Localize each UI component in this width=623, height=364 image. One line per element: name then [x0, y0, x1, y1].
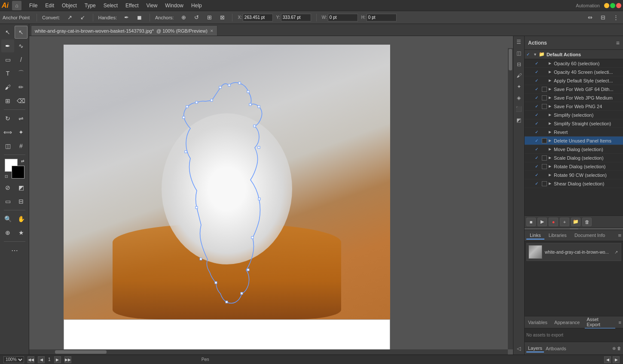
next-btn[interactable]: ▶: [54, 356, 61, 363]
action-item[interactable]: ✓▶Save For Web GIF 64 Dith...: [525, 85, 623, 94]
home-button[interactable]: ⌂: [12, 1, 21, 10]
canvas[interactable]: [64, 45, 390, 319]
menu-file[interactable]: File: [26, 2, 41, 9]
rectangle-tool[interactable]: ▭: [1, 53, 14, 66]
action-expand-arrow[interactable]: ▶: [549, 96, 551, 100]
close-button[interactable]: [616, 3, 621, 8]
action-item[interactable]: ✓▶Opacity 40 Screen (selecti...: [525, 68, 623, 76]
actions-list[interactable]: ✓ ▼ 📁 Default Actions ✓▶Opacity 60 (sele…: [525, 50, 623, 215]
color-mode-icon[interactable]: ◩: [15, 181, 27, 194]
action-expand-arrow[interactable]: ▶: [549, 121, 551, 125]
symbols-icon[interactable]: ✦: [515, 82, 523, 91]
puppet-tool[interactable]: ✦: [15, 126, 27, 139]
action-expand-arrow[interactable]: ▶: [549, 113, 551, 117]
maximize-button[interactable]: [610, 3, 615, 8]
artboard-icon[interactable]: ⊟: [15, 195, 27, 208]
layers-icon[interactable]: ◫: [515, 49, 523, 58]
action-item[interactable]: ✓▶Revert: [525, 128, 623, 136]
action-expand-arrow[interactable]: ▶: [549, 147, 551, 151]
action-item[interactable]: ✓▶Save For Web PNG 24: [525, 102, 623, 111]
links-panel-menu-btn[interactable]: ≡: [618, 232, 621, 239]
transform-options-btn[interactable]: ⇔: [585, 13, 595, 22]
fill-none-icon[interactable]: ⊘: [1, 181, 14, 194]
mesh-tool[interactable]: #: [15, 140, 27, 152]
actions-panel-menu-btn[interactable]: ≡: [616, 39, 620, 46]
more-options-btn[interactable]: ⋮: [611, 13, 620, 22]
convert-corner-btn[interactable]: ↙: [78, 13, 88, 22]
variables-tab[interactable]: Variables: [526, 319, 549, 326]
anchors-btn-2[interactable]: ↺: [192, 13, 201, 22]
action-checkbox[interactable]: [542, 95, 547, 100]
action-item[interactable]: ✓▶Move Dialog (selection): [525, 145, 623, 154]
vertical-scrollbar[interactable]: [508, 48, 513, 349]
gradient-tool[interactable]: ◫: [1, 140, 14, 152]
document-tab[interactable]: white-and-gray-cat-in-brown-woven-basket…: [31, 25, 217, 36]
graphic-styles-icon[interactable]: ◈: [515, 94, 523, 102]
background-color[interactable]: [12, 166, 24, 179]
width-tool[interactable]: ⟺: [1, 126, 14, 139]
layers-tab[interactable]: Layers: [526, 345, 544, 352]
action-expand-arrow[interactable]: ▶: [549, 70, 551, 74]
document-info-tab[interactable]: Document Info: [571, 232, 609, 240]
brush-icon[interactable]: 🖌: [515, 71, 523, 80]
action-item[interactable]: ✓▶Shear Dialog (selection): [525, 179, 623, 188]
action-item[interactable]: ✓▶Apply Default Style (select...: [525, 76, 623, 85]
action-expand-arrow[interactable]: ▶: [549, 156, 551, 160]
asset-export-tab[interactable]: Asset Export: [585, 316, 615, 329]
artboards-icon[interactable]: ⊟: [515, 60, 523, 69]
action-expand-arrow[interactable]: ▶: [549, 130, 551, 134]
action-checkbox[interactable]: [542, 164, 547, 169]
action-expand-arrow[interactable]: ▶: [549, 139, 551, 143]
action-item[interactable]: ✓▶Opacity 60 (selection): [525, 59, 623, 68]
status-prev-arrow[interactable]: ◀: [604, 356, 611, 363]
action-item[interactable]: ✓▶Delete Unused Panel Items: [525, 136, 623, 145]
direct-selection-tool[interactable]: ↖: [15, 26, 27, 39]
actions-group-header[interactable]: ✓ ▼ 📁 Default Actions: [525, 50, 623, 59]
record-btn[interactable]: ●: [549, 218, 558, 226]
zoom-select[interactable]: 100%: [3, 356, 24, 363]
layer-delete-icon[interactable]: 🗑: [617, 346, 621, 351]
action-expand-arrow[interactable]: ▶: [549, 104, 551, 108]
links-tab[interactable]: Links: [526, 232, 544, 240]
menu-window[interactable]: Window: [162, 2, 187, 9]
menu-object[interactable]: Object: [58, 2, 80, 9]
menu-type[interactable]: Type: [81, 2, 99, 9]
action-expand-arrow[interactable]: ▶: [549, 182, 551, 185]
swap-colors-icon[interactable]: ⇄: [21, 159, 24, 163]
action-expand-arrow[interactable]: ▶: [549, 173, 551, 177]
link-open-icon[interactable]: ↗: [613, 249, 619, 255]
align-btn[interactable]: ⊟: [598, 13, 608, 22]
zoom-tool[interactable]: 🔍: [1, 212, 14, 225]
action-item[interactable]: ✓▶Simplify Straight (selection): [525, 119, 623, 128]
anchors-btn-4[interactable]: ⊠: [217, 13, 227, 22]
curvature-tool[interactable]: ∿: [15, 39, 27, 52]
menu-view[interactable]: View: [143, 2, 161, 9]
screen-mode-icon[interactable]: ▭: [1, 195, 14, 208]
horizontal-scroll-thumb[interactable]: [55, 350, 107, 354]
arc-tool[interactable]: ⌒: [15, 67, 27, 80]
appearance-tab[interactable]: Appearance: [553, 319, 581, 326]
action-expand-arrow[interactable]: ▶: [549, 164, 551, 168]
line-tool[interactable]: /: [15, 53, 27, 66]
eraser-tool[interactable]: ⌫: [15, 94, 27, 107]
action-checkbox[interactable]: [542, 87, 547, 92]
artboard-tool[interactable]: ⊕: [1, 226, 14, 239]
convert-smooth-btn[interactable]: ↗: [65, 13, 75, 22]
prev-page-btn[interactable]: ◀◀: [27, 356, 34, 363]
selection-tool[interactable]: ↖: [1, 26, 14, 39]
vertical-scroll-thumb[interactable]: [509, 49, 512, 70]
expand-panel-icon[interactable]: ◁: [515, 344, 523, 353]
stop-btn[interactable]: ■: [526, 218, 536, 226]
artboards-tab[interactable]: Artboards: [544, 345, 568, 352]
pencil-tool[interactable]: ✏: [15, 81, 27, 94]
shape-builder-tool[interactable]: ⊞: [1, 94, 14, 107]
next-page-btn[interactable]: ▶▶: [64, 356, 71, 363]
action-checkbox[interactable]: [542, 138, 547, 143]
action-item[interactable]: ✓▶Rotate 90 CW (selection): [525, 171, 623, 179]
new-set-btn[interactable]: 📁: [571, 218, 580, 226]
action-expand-arrow[interactable]: ▶: [549, 79, 551, 82]
symbol-tool[interactable]: ★: [15, 226, 27, 239]
hand-tool[interactable]: ✋: [15, 212, 27, 225]
action-item[interactable]: ✓▶Simplify (selection): [525, 111, 623, 119]
new-action-btn[interactable]: +: [560, 218, 569, 226]
